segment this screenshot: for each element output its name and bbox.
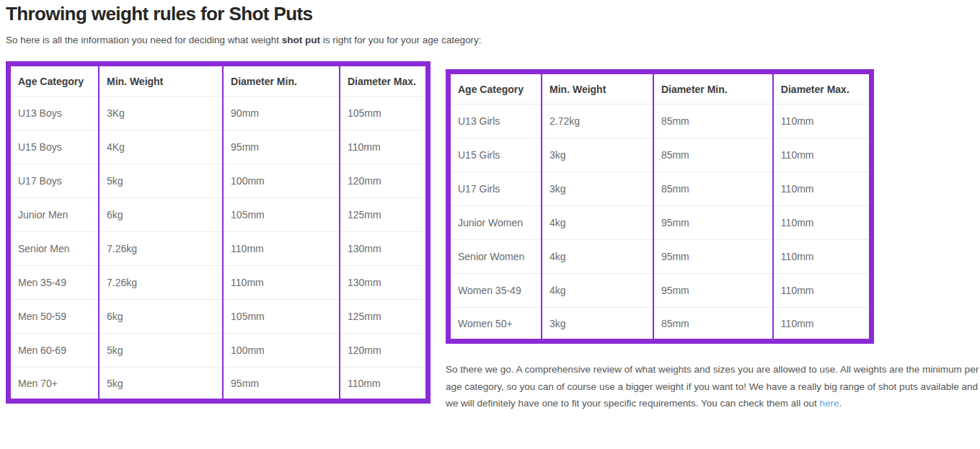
table-cell: 95mm (653, 240, 773, 274)
men-table-header-row: Age CategoryMin. WeightDiameter Min.Diam… (9, 64, 428, 97)
table-cell: U13 Girls (449, 105, 542, 138)
table-cell: 3kg (542, 308, 653, 342)
table-row: U13 Boys3Kg90mm105mm (9, 97, 428, 130)
table-row: U15 Girls3kg85mm110mm (449, 138, 872, 172)
table-cell: 125mm (340, 198, 428, 232)
column-header: Age Category (449, 72, 542, 105)
intro-text: So here is all the information you need … (6, 35, 482, 45)
table-row: Junior Women4kg95mm110mm (449, 206, 872, 240)
table-row: Men 50-596kg105mm125mm (9, 300, 428, 334)
outro-text-after: . (839, 398, 842, 409)
table-cell: 3kg (542, 138, 653, 172)
table-cell: 2.72kg (542, 105, 653, 138)
table-cell: 105mm (340, 97, 428, 130)
table-cell: Men 70+ (9, 368, 100, 401)
column-header: Min. Weight (99, 64, 223, 97)
table-cell: 85mm (653, 138, 773, 172)
table-cell: Men 60-69 (9, 334, 100, 368)
table-cell: 5kg (99, 164, 223, 198)
table-cell: U15 Boys (9, 130, 100, 164)
column-header: Min. Weight (542, 72, 653, 105)
table-row: Senior Women4kg95mm110mm (449, 240, 872, 274)
table-cell: 85mm (653, 172, 773, 206)
table-cell: 110mm (773, 206, 872, 240)
table-cell: Junior Men (9, 198, 100, 232)
table-cell: Junior Women (449, 206, 542, 240)
table-cell: 7.26kg (99, 266, 223, 300)
column-header: Diameter Min. (653, 72, 773, 105)
intro-text-after: is right for you for your age category: (320, 35, 482, 45)
men-shot-put-table: Age CategoryMin. WeightDiameter Min.Diam… (6, 61, 431, 404)
table-cell: 130mm (340, 232, 428, 266)
table-cell: 110mm (223, 232, 340, 266)
page-title: Throwing weight rules for Shot Puts (6, 3, 312, 25)
column-header: Diameter Max. (773, 72, 872, 105)
table-row: Senior Men7.26kg110mm130mm (9, 232, 428, 266)
column-header: Diameter Min. (223, 64, 340, 97)
table-cell: 4kg (542, 206, 653, 240)
table-cell: 110mm (773, 240, 872, 274)
men-table-body: U13 Boys3Kg90mm105mmU15 Boys4Kg95mm110mm… (9, 97, 428, 401)
table-cell: Senior Women (449, 240, 542, 274)
table-cell: U17 Girls (449, 172, 542, 206)
table-cell: U15 Girls (449, 138, 542, 172)
table-cell: 85mm (653, 308, 773, 342)
table-cell: 105mm (223, 300, 340, 334)
table-row: Men 70+5kg95mm110mm (9, 368, 428, 401)
table-row: U17 Girls3kg85mm110mm (449, 172, 872, 206)
table-cell: 110mm (773, 172, 872, 206)
table-cell: 4kg (542, 240, 653, 274)
table-cell: 125mm (340, 300, 428, 334)
table-cell: 110mm (773, 274, 872, 308)
outro-text-before: So there we go. A comprehensive review o… (446, 364, 979, 409)
table-row: Women 35-494kg95mm110mm (449, 274, 872, 308)
table-cell: 110mm (773, 308, 872, 342)
table-cell: 110mm (340, 368, 428, 401)
table-row: U17 Boys5kg100mm120mm (9, 164, 428, 198)
table-cell: 120mm (340, 164, 428, 198)
table-cell: 120mm (340, 334, 428, 368)
table-cell: U17 Boys (9, 164, 100, 198)
table-cell: 110mm (340, 130, 428, 164)
table-cell: 110mm (773, 105, 872, 138)
table-cell: 130mm (340, 266, 428, 300)
men-table-container: Age CategoryMin. WeightDiameter Min.Diam… (6, 61, 431, 404)
table-cell: 4kg (542, 274, 653, 308)
table-cell: 110mm (773, 138, 872, 172)
table-cell: 105mm (223, 198, 340, 232)
table-cell: 6kg (99, 300, 223, 334)
table-cell: 95mm (653, 206, 773, 240)
table-cell: 5kg (99, 334, 223, 368)
column-header: Diameter Max. (340, 64, 428, 97)
women-table-body: U13 Girls2.72kg85mm110mmU15 Girls3kg85mm… (449, 105, 872, 342)
table-cell: 95mm (223, 368, 340, 401)
table-cell: 100mm (223, 164, 340, 198)
table-cell: 110mm (223, 266, 340, 300)
table-cell: 3kg (542, 172, 653, 206)
intro-bold-term: shot put (282, 35, 320, 45)
intro-text-before: So here is all the information you need … (6, 35, 282, 45)
table-cell: 85mm (653, 105, 773, 138)
table-cell: 4Kg (99, 130, 223, 164)
table-row: U13 Girls2.72kg85mm110mm (449, 105, 872, 138)
here-link[interactable]: here (820, 398, 839, 409)
women-table-container: Age CategoryMin. WeightDiameter Min.Diam… (446, 69, 874, 344)
table-cell: Women 35-49 (449, 274, 542, 308)
table-cell: Men 35-49 (9, 266, 100, 300)
table-cell: 7.26kg (99, 232, 223, 266)
table-cell: 95mm (223, 130, 340, 164)
table-row: Junior Men6kg105mm125mm (9, 198, 428, 232)
outro-text: So there we go. A comprehensive review o… (446, 361, 980, 412)
table-cell: Senior Men (9, 232, 100, 266)
table-cell: 90mm (223, 97, 340, 130)
table-cell: U13 Boys (9, 97, 100, 130)
table-cell: 95mm (653, 274, 773, 308)
table-row: U15 Boys4Kg95mm110mm (9, 130, 428, 164)
table-cell: 6kg (99, 198, 223, 232)
table-cell: Women 50+ (449, 308, 542, 342)
women-table-header-row: Age CategoryMin. WeightDiameter Min.Diam… (449, 72, 872, 105)
table-cell: 3Kg (99, 97, 223, 130)
women-shot-put-table: Age CategoryMin. WeightDiameter Min.Diam… (446, 69, 874, 344)
table-cell: 5kg (99, 368, 223, 401)
table-cell: 100mm (223, 334, 340, 368)
